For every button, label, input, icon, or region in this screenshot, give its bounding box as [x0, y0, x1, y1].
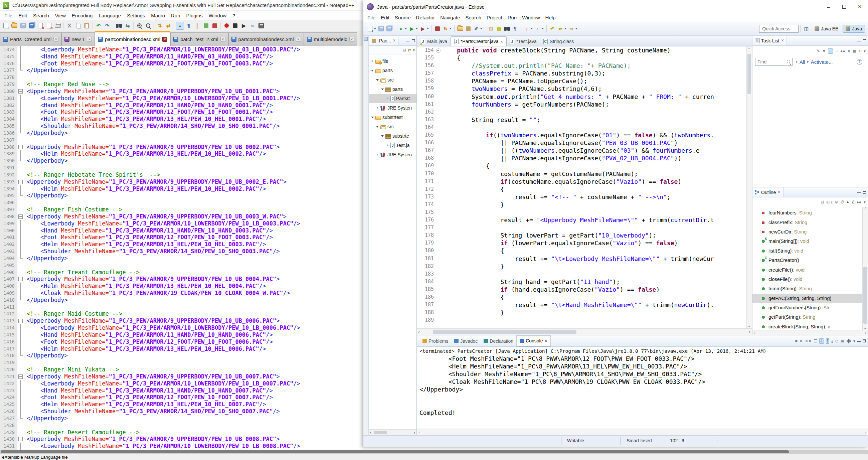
fold-marker-icon[interactable]: [18, 255, 24, 262]
fold-marker-icon[interactable]: [18, 102, 24, 109]
indent-guides-icon[interactable]: ║: [193, 22, 202, 30]
outline-member-createFile-[interactable]: createFile() : void: [752, 265, 862, 274]
pin-console-icon[interactable]: ⊙: [835, 339, 839, 343]
line-text[interactable]: <!-- Ranger Mini Yukata -->: [24, 366, 119, 373]
line-text[interactable]: <Lowerbody MeshFileName="1_PC/3_PEW/ARMO…: [24, 380, 300, 387]
code-line[interactable]: 172 {: [422, 185, 746, 193]
editor-tab-Test.java[interactable]: J*Test.java: [507, 36, 540, 46]
line-text[interactable]: <Upperbody MeshFileName="1_PC/3_PEW/ARMO…: [24, 276, 280, 283]
fold-marker-icon[interactable]: [18, 331, 24, 338]
tab-outline[interactable]: Outline ✕: [752, 187, 783, 197]
line-text[interactable]: <!-- Ranger Treant Camouflage -->: [24, 269, 140, 276]
line-text[interactable]: || PACName.equalsIgnoreCase("PEW_03_UB_0…: [441, 139, 678, 147]
find-icon[interactable]: [115, 22, 123, 30]
maximize-view-icon[interactable]: [412, 39, 415, 42]
sort-icon[interactable]: a↓z: [826, 200, 833, 204]
npp-tab-new-1[interactable]: new 1×: [61, 32, 95, 46]
console-line[interactable]: Completed!: [420, 409, 868, 417]
scrollbar-thumb[interactable]: [374, 431, 387, 434]
tab-close-icon[interactable]: ×: [87, 37, 92, 42]
search-icon[interactable]: [503, 25, 510, 32]
code-line[interactable]: 171 if(costumeName.equalsIgnoreCase("Vaz…: [422, 178, 746, 185]
console-line[interactable]: </Upperbody>: [420, 386, 868, 393]
redo-icon[interactable]: ↷: [103, 22, 111, 30]
fold-marker-icon[interactable]: [18, 144, 24, 151]
run-external-menu-icon[interactable]: [427, 28, 429, 29]
outline-member-getPart-String-[interactable]: getPart(String) : String: [752, 312, 862, 322]
code-line[interactable]: 163 String result = "";: [422, 116, 746, 124]
perspective-java[interactable]: Java: [843, 25, 865, 33]
console-line[interactable]: <Shoulder MeshFileName="1_PC\8_PWW\ARMOR…: [420, 370, 868, 378]
scroll-right-icon[interactable]: ›: [864, 430, 866, 435]
code-line[interactable]: 160 System.out.println("Get 4 numbers: "…: [422, 93, 746, 100]
paste-icon[interactable]: [83, 22, 91, 30]
line-text[interactable]: [24, 262, 27, 269]
tree-item-jre-systen[interactable]: JRE Systen: [369, 150, 416, 159]
scroll-left-icon[interactable]: ‹: [754, 331, 755, 335]
code-line[interactable]: 155 {: [422, 54, 746, 62]
line-text[interactable]: [24, 74, 27, 81]
chevron-down-icon[interactable]: [370, 117, 375, 118]
editor-tab-String.class[interactable]: CString.class: [540, 36, 577, 46]
collapse-all-icon[interactable]: ⊟: [820, 200, 824, 204]
back-icon[interactable]: ⇐: [557, 25, 564, 32]
fold-marker-icon[interactable]: [18, 380, 24, 387]
tab-close-icon[interactable]: ×: [545, 338, 547, 343]
line-text[interactable]: </Upperbody>: [24, 192, 68, 199]
line-text[interactable]: <Helm MeshFileName="1_PC/3_PEW/ARMOR/13_…: [24, 116, 266, 123]
new-wizard-menu-icon[interactable]: [374, 28, 376, 29]
minimize-view-icon[interactable]: [406, 41, 409, 42]
hide-completed-icon[interactable]: ✕: [847, 49, 850, 53]
tab-close-icon[interactable]: ×: [220, 37, 225, 42]
fold-marker-icon[interactable]: [18, 373, 24, 380]
outline-member-fourNumbers[interactable]: fourNumbers : String: [752, 208, 862, 217]
tab-javadoc[interactable]: Javadoc: [451, 335, 480, 346]
chevron-right-icon[interactable]: [370, 60, 375, 62]
line-text[interactable]: result += "<!-- " + costumeName + " -->\…: [441, 193, 671, 201]
terminate-icon[interactable]: ■: [795, 339, 798, 343]
line-text[interactable]: <!-- Ranger Maid Costume -->: [24, 310, 123, 317]
macro-stop-icon[interactable]: [231, 22, 239, 30]
scroll-up-icon[interactable]: ⌃: [747, 47, 752, 52]
line-text[interactable]: <Foot MeshFileName="1_PC/3_PEW/ARMOR/12_…: [24, 234, 273, 241]
fold-marker-icon[interactable]: [18, 227, 24, 234]
npp-menu-run[interactable]: Run: [168, 11, 183, 20]
editor-tab-PartsCreator.java[interactable]: J*PartsCreator.java×: [451, 36, 507, 46]
fold-marker-icon[interactable]: [18, 338, 24, 345]
line-text[interactable]: <Hand MeshFileName="1_PC/3_PEW/ARMOR/11_…: [24, 227, 273, 234]
line-text[interactable]: classPrefix = PACName.substring(0,3);: [441, 69, 606, 77]
code-line[interactable]: 159 twoNumbers = PACName.substring(4,6);: [422, 85, 746, 93]
line-text[interactable]: twoNumbers = PACName.substring(4,6);: [441, 85, 602, 93]
line-text[interactable]: <!-- Ranger Hebetate Tree Spirit's -->: [24, 172, 160, 178]
fold-marker-icon[interactable]: [18, 436, 24, 442]
fold-marker-icon[interactable]: [18, 401, 24, 408]
macro-play-icon[interactable]: ▶: [240, 22, 248, 30]
fold-marker-icon[interactable]: [18, 442, 24, 450]
line-text[interactable]: || PACName.equalsIgnoreCase("PVW_02_UB_0…: [441, 154, 681, 162]
line-text[interactable]: {: [441, 185, 504, 193]
scroll-right-icon[interactable]: ›: [865, 331, 866, 335]
close-icon[interactable]: ✕: [781, 38, 784, 43]
focus-workweek-icon[interactable]: ●●: [840, 49, 845, 53]
scheduled-mode-icon[interactable]: ⊣: [835, 49, 838, 53]
save-icon[interactable]: [377, 25, 385, 32]
link-with-editor-icon[interactable]: ⇄: [408, 48, 411, 52]
code-line[interactable]: 154 public void createBlock(String PACNa…: [422, 47, 746, 54]
line-text[interactable]: <Foot MeshFileName="1_PC/3_PEW/ARMOR/12_…: [24, 60, 273, 67]
tab-problems[interactable]: Problems: [420, 335, 451, 346]
line-text[interactable]: <Helm MeshFileName="1_PC/3_PEW/ARMOR/13_…: [24, 241, 266, 248]
show-symbols-icon[interactable]: ¶: [185, 22, 193, 30]
line-text[interactable]: String hand = getPart("11_hand");: [441, 278, 620, 286]
zoom-in-icon[interactable]: +: [135, 22, 143, 30]
new-file-icon[interactable]: [2, 22, 10, 30]
line-text[interactable]: {: [441, 247, 504, 254]
line-text[interactable]: <Lowerbody MeshFileName="1_PC/3_PEW/ARMO…: [24, 95, 300, 102]
line-text[interactable]: <Foot MeshFileName="1_PC/3_PEW/ARMOR/12_…: [24, 109, 273, 116]
scrollbar-thumb[interactable]: [863, 267, 867, 324]
code-line[interactable]: 170 costumeName = getCostumeName(PACName…: [422, 170, 746, 178]
code-line[interactable]: 179 if (lowerPart.equalsIgnoreCase("Vazi…: [422, 239, 746, 247]
fold-marker-icon[interactable]: [18, 53, 24, 60]
console-line[interactable]: <Foot MeshFileName="1_PC\8_PWW\ARMOR\12_…: [420, 355, 868, 363]
mark-occurrences-icon[interactable]: ▩: [495, 25, 503, 32]
chevron-down-icon[interactable]: [375, 126, 380, 128]
